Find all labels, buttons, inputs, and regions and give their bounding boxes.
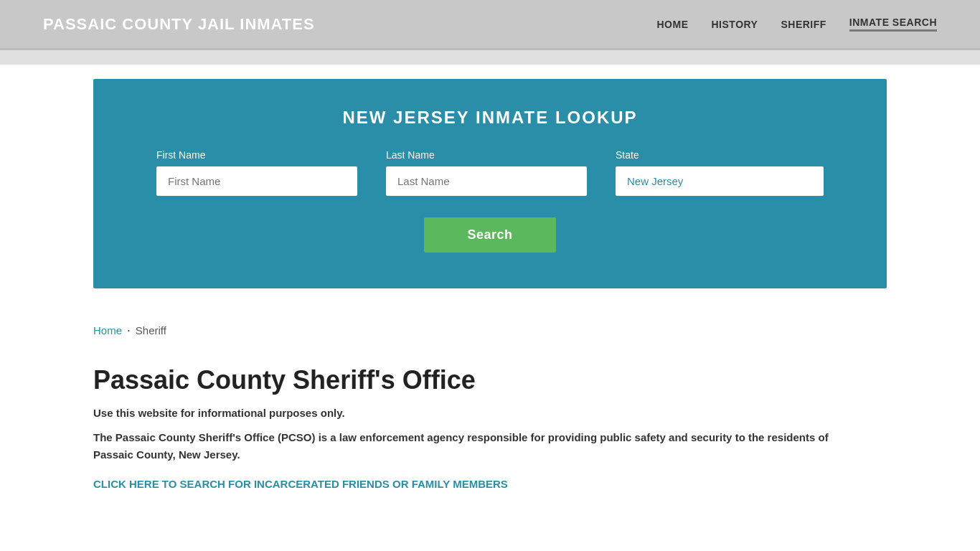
search-section: NEW JERSEY INMATE LOOKUP First Name Last… <box>93 79 887 288</box>
state-label: State <box>616 149 824 161</box>
nav-home[interactable]: HOME <box>657 19 689 30</box>
breadcrumb-home-link[interactable]: Home <box>93 324 122 336</box>
state-input[interactable] <box>616 166 824 196</box>
search-button[interactable]: Search <box>424 217 555 253</box>
subtitle: Use this website for informational purpo… <box>93 407 887 419</box>
last-name-group: Last Name <box>386 149 587 196</box>
search-btn-wrapper: Search <box>136 217 844 253</box>
sub-header-bar <box>0 50 980 65</box>
search-fields: First Name Last Name State <box>136 149 844 196</box>
main-content: Home • Sheriff Passaic County Sheriff's … <box>0 303 980 519</box>
last-name-input[interactable] <box>386 166 587 196</box>
cta-link[interactable]: CLICK HERE to Search for Incarcerated Fr… <box>93 478 508 490</box>
header: PASSAIC COUNTY JAIL INMATES HOME HISTORY… <box>0 0 980 50</box>
description: The Passaic County Sheriff's Office (PCS… <box>93 429 847 463</box>
state-group: State <box>616 149 824 196</box>
main-nav: HOME HISTORY SHERIFF INMATE SEARCH <box>657 17 938 32</box>
nav-sheriff[interactable]: SHERIFF <box>781 19 826 30</box>
breadcrumb-current: Sheriff <box>136 324 166 336</box>
first-name-input[interactable] <box>156 166 357 196</box>
first-name-label: First Name <box>156 149 357 161</box>
search-title: NEW JERSEY INMATE LOOKUP <box>136 108 844 128</box>
nav-history[interactable]: HISTORY <box>712 19 758 30</box>
last-name-label: Last Name <box>386 149 587 161</box>
nav-inmate-search[interactable]: INMATE SEARCH <box>849 17 937 32</box>
page-title: Passaic County Sheriff's Office <box>93 365 887 395</box>
site-title: PASSAIC COUNTY JAIL INMATES <box>43 15 315 34</box>
breadcrumb-separator: • <box>128 327 130 334</box>
first-name-group: First Name <box>156 149 357 196</box>
breadcrumb: Home • Sheriff <box>93 324 887 336</box>
